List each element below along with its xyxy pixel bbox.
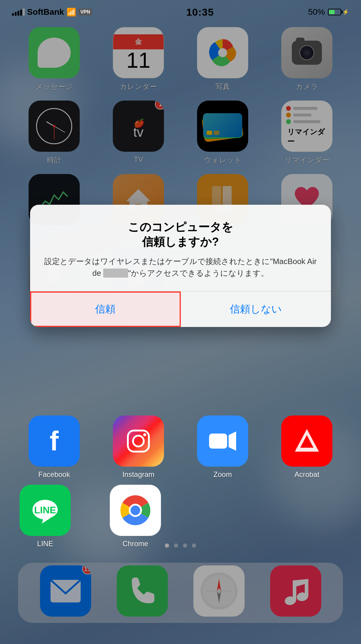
- dont-trust-button[interactable]: 信頼しない: [181, 291, 331, 327]
- app-label-acrobat: Acrobat: [295, 470, 319, 479]
- status-bar: SoftBank 📶 VPN 10:35 50% ⚡: [0, 0, 361, 24]
- svg-rect-11: [209, 434, 227, 449]
- dialog-buttons: 信頼 信頼しない: [30, 291, 331, 327]
- app-item-line[interactable]: LINE LINE: [12, 485, 78, 548]
- app-item-chrome[interactable]: Chrome: [102, 485, 168, 548]
- dialog-title: このコンピュータを信頼しますか?: [42, 220, 319, 250]
- status-left: SoftBank 📶 VPN: [12, 7, 92, 17]
- vpn-badge: VPN: [79, 9, 92, 15]
- app-label-instagram: Instagram: [122, 470, 155, 479]
- chrome-icon: [116, 491, 155, 530]
- app-item-acrobat[interactable]: Acrobat: [274, 415, 340, 479]
- battery-percent: 50%: [308, 7, 325, 17]
- app-label-line: LINE: [37, 540, 53, 548]
- app-icon-acrobat[interactable]: [281, 415, 332, 467]
- line-chrome-row: LINE LINE Chrome: [0, 485, 361, 548]
- line-icon: LINE: [29, 494, 62, 527]
- app-icon-zoom[interactable]: [197, 415, 248, 467]
- app-icon-chrome[interactable]: [110, 485, 161, 536]
- trust-button[interactable]: 信頼: [30, 291, 181, 327]
- app-label-chrome: Chrome: [122, 540, 148, 548]
- charging-icon: ⚡: [342, 9, 349, 15]
- status-right: 50% ⚡: [308, 7, 349, 17]
- wifi-icon: 📶: [66, 8, 76, 17]
- time-label: 10:35: [186, 6, 214, 18]
- app-icon-instagram[interactable]: [113, 415, 164, 467]
- signal-icon: [12, 8, 25, 16]
- svg-marker-12: [229, 431, 236, 451]
- svg-point-10: [143, 433, 146, 436]
- svg-point-9: [133, 436, 144, 446]
- app-label-zoom: Zoom: [213, 470, 232, 479]
- acrobat-icon: [292, 426, 322, 456]
- app-item-facebook[interactable]: f Facebook: [21, 415, 87, 479]
- app-icon-facebook[interactable]: f: [29, 415, 80, 467]
- app-item-zoom[interactable]: Zoom: [190, 415, 256, 479]
- social-app-row: f Facebook Instagram Zoom: [0, 415, 361, 479]
- dialog-body: 設定とデータはワイヤレスまたはケーブルで接続されたときに"MacBook Air…: [42, 256, 319, 279]
- svg-text:LINE: LINE: [34, 505, 56, 515]
- app-label-facebook: Facebook: [38, 470, 70, 479]
- app-icon-line[interactable]: LINE: [20, 485, 71, 536]
- instagram-icon: [125, 428, 152, 455]
- dialog-content: このコンピュータを信頼しますか? 設定とデータはワイヤレスまたはケーブルで接続さ…: [30, 205, 331, 279]
- battery-icon: ⚡: [328, 9, 349, 15]
- zoom-icon: [208, 429, 238, 453]
- svg-point-16: [131, 506, 140, 515]
- carrier-label: SoftBank: [27, 7, 64, 17]
- trust-dialog: このコンピュータを信頼しますか? 設定とデータはワイヤレスまたはケーブルで接続さ…: [30, 205, 331, 327]
- app-item-instagram[interactable]: Instagram: [105, 415, 171, 479]
